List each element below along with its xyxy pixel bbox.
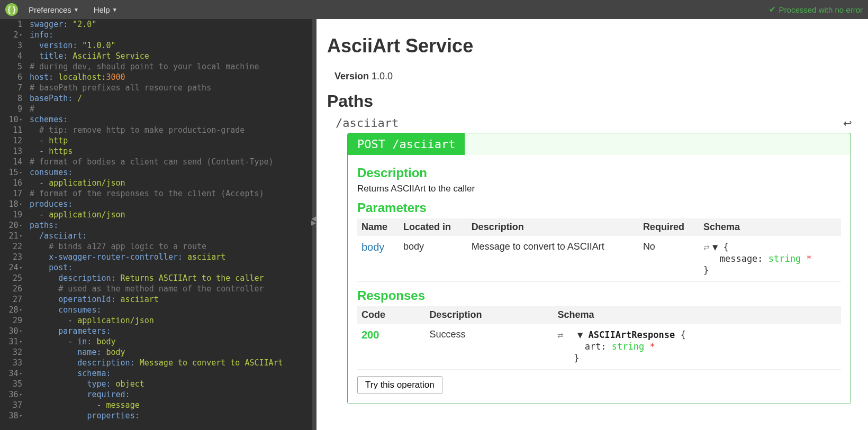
status-indicator: ✔ Processed with no error	[769, 5, 863, 14]
app-logo-icon: { }	[5, 3, 18, 16]
line-number: 29	[0, 315, 22, 326]
menu-help[interactable]: Help ▼	[94, 5, 117, 14]
code-line[interactable]: - in: body	[30, 336, 312, 347]
th-description: Description	[467, 218, 639, 236]
code-line[interactable]: - https	[30, 146, 312, 157]
code-line[interactable]: produces:	[30, 199, 312, 209]
section-description-heading: Description	[357, 166, 841, 180]
parameters-table: Name Located in Description Required Sch…	[357, 218, 841, 282]
reply-arrow-icon[interactable]: ↩	[843, 117, 852, 130]
swap-icon[interactable]: ⇄	[703, 243, 710, 252]
code-line[interactable]: schemes:	[30, 114, 312, 125]
param-schema: ▼ { message: string * }	[703, 242, 812, 276]
table-row: body body Message to convert to ASCIIArt…	[357, 236, 841, 282]
line-number: 35	[0, 379, 22, 389]
caret-down-icon: ▼	[74, 7, 79, 13]
line-number: 24 ▾	[0, 262, 22, 273]
operation-body: Description Returns ASCIIArt to the call…	[348, 155, 851, 404]
code-line[interactable]: # tip: remove http to make production-gr…	[30, 125, 312, 135]
code-line[interactable]: x-swagger-router-controller: asciiart	[30, 252, 312, 262]
line-number: 16	[0, 178, 22, 188]
code-line[interactable]: consumes:	[30, 167, 312, 178]
code-line[interactable]: info:	[30, 30, 312, 40]
code-line[interactable]: - application/json	[30, 315, 312, 326]
th-code: Code	[357, 306, 425, 324]
menu-help-label: Help	[94, 5, 110, 14]
code-line[interactable]: schema:	[30, 368, 312, 379]
code-line[interactable]: consumes:	[30, 305, 312, 315]
splitter-handle-icon: ◀▶	[311, 216, 316, 225]
line-number: 12	[0, 135, 22, 146]
swap-icon[interactable]: ⇄	[557, 331, 564, 340]
line-number: 17	[0, 188, 22, 199]
param-name[interactable]: body	[361, 241, 384, 253]
code-line[interactable]: swagger: "2.0"	[30, 19, 312, 30]
code-line[interactable]: title: AsciiArt Service	[30, 51, 312, 61]
line-number: 7	[0, 83, 22, 93]
line-number: 34 ▾	[0, 368, 22, 379]
th-name: Name	[357, 218, 399, 236]
path-row: /asciiart ↩	[336, 116, 852, 130]
code-line[interactable]: parameters:	[30, 326, 312, 336]
line-number: 28 ▾	[0, 305, 22, 315]
response-code[interactable]: 200	[361, 329, 379, 341]
th-required: Required	[639, 218, 699, 236]
line-number: 4	[0, 51, 22, 61]
response-schema: ▼ ASCIIArtResponse { art: string * }	[557, 330, 685, 363]
line-number: 33	[0, 358, 22, 368]
code-line[interactable]: post:	[30, 262, 312, 273]
code-line[interactable]: basePath: /	[30, 93, 312, 104]
code-line[interactable]: - message	[30, 400, 312, 410]
code-line[interactable]: # format of bodies a client can send (Co…	[30, 157, 312, 167]
line-number: 31 ▾	[0, 336, 22, 347]
version-label: Version	[334, 71, 369, 81]
line-number: 13	[0, 146, 22, 157]
code-line[interactable]: # used as the method name of the control…	[30, 283, 312, 294]
editor-code[interactable]: swagger: "2.0"info: version: "1.0.0" tit…	[25, 19, 312, 430]
code-line[interactable]: /asciiart:	[30, 231, 312, 241]
topbar: { } Preferences ▼ Help ▼ ✔ Processed wit…	[0, 0, 868, 19]
code-line[interactable]: # format of the responses to the client …	[30, 188, 312, 199]
line-number: 2 ▾	[0, 30, 22, 40]
code-line[interactable]: #	[30, 104, 312, 114]
line-number: 19	[0, 209, 22, 220]
code-line[interactable]: # during dev, should point to your local…	[30, 61, 312, 72]
table-row: 200 Success ⇄ ▼ ASCIIArtResponse { art: …	[357, 324, 841, 370]
main-split: 12 ▾345678910 ▾1112131415 ▾161718 ▾1920 …	[0, 19, 868, 430]
section-responses-heading: Responses	[357, 288, 841, 303]
code-line[interactable]: - application/json	[30, 178, 312, 188]
code-line[interactable]: paths:	[30, 220, 312, 231]
code-line[interactable]: - application/json	[30, 209, 312, 220]
operation-box: POST /asciiart Description Returns ASCII…	[347, 133, 851, 404]
code-line[interactable]: description: Message to convert to ASCII…	[30, 358, 312, 368]
param-required: No	[639, 236, 699, 282]
line-number: 8	[0, 93, 22, 104]
pane-splitter[interactable]: ◀▶	[312, 19, 317, 430]
line-number: 30 ▾	[0, 326, 22, 336]
yaml-editor[interactable]: 12 ▾345678910 ▾1112131415 ▾161718 ▾1920 …	[0, 19, 312, 430]
try-operation-button[interactable]: Try this operation	[357, 376, 442, 394]
api-preview-pane[interactable]: AsciiArt Service Version 1.0.0 Paths /as…	[317, 19, 868, 430]
menu-preferences[interactable]: Preferences ▼	[29, 5, 79, 14]
line-number: 10 ▾	[0, 114, 22, 125]
code-line[interactable]: name: body	[30, 347, 312, 358]
code-line[interactable]: host: localhost:3000	[30, 72, 312, 83]
path-name[interactable]: /asciiart	[336, 116, 843, 130]
status-text: Processed with no error	[779, 5, 863, 14]
line-number: 15 ▾	[0, 167, 22, 178]
code-line[interactable]: properties:	[30, 410, 312, 421]
code-line[interactable]: # binds a127 app logic to a route	[30, 241, 312, 252]
code-line[interactable]: type: object	[30, 379, 312, 389]
line-number: 27	[0, 294, 22, 305]
code-line[interactable]: description: Returns ASCIIArt to the cal…	[30, 273, 312, 283]
code-line[interactable]: # basePath prefixes all resource paths	[30, 83, 312, 93]
th-schema: Schema	[699, 218, 841, 236]
code-line[interactable]: required:	[30, 389, 312, 400]
code-line[interactable]: - http	[30, 135, 312, 146]
line-number: 36 ▾	[0, 389, 22, 400]
editor-gutter: 12 ▾345678910 ▾1112131415 ▾161718 ▾1920 …	[0, 19, 25, 430]
code-line[interactable]: operationId: asciiart	[30, 294, 312, 305]
operation-tab[interactable]: POST /asciiart	[348, 133, 465, 155]
line-number: 25	[0, 273, 22, 283]
code-line[interactable]: version: "1.0.0"	[30, 40, 312, 51]
